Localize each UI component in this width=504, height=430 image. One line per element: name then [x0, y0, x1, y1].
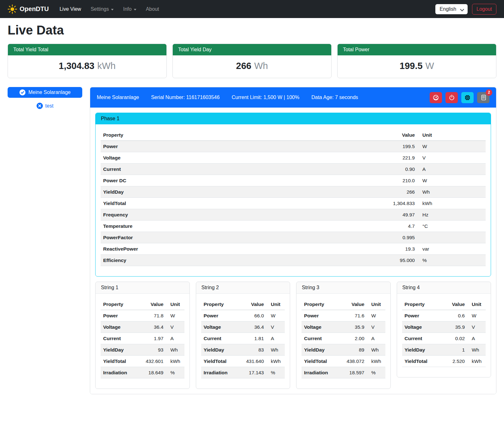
row-unit: var	[417, 243, 486, 255]
row-value: 93	[138, 344, 166, 356]
inverter-name: Meine Solaranlage	[97, 95, 139, 100]
row-property: YieldTotal	[302, 356, 339, 367]
row-property: YieldDay	[101, 186, 381, 198]
row-value: 210.0	[381, 175, 417, 186]
table-row: YieldDay 93 Wh	[101, 344, 184, 356]
card-unit: W	[426, 61, 434, 71]
row-property: Irradiation	[101, 367, 138, 378]
inverter-serial: Serial Number: 116171603546	[151, 95, 220, 100]
row-value: 0.90	[381, 164, 417, 175]
nav-item-settings[interactable]: Settings	[90, 6, 114, 12]
row-property: YieldTotal	[201, 356, 239, 367]
card-unit: kWh	[97, 61, 115, 71]
inverter-limit: Current Limit: 1,500 W | 100%	[232, 95, 299, 100]
row-property: YieldDay	[402, 344, 440, 356]
row-property: YieldDay	[101, 344, 138, 356]
table-row: Power 199.5 W	[101, 141, 486, 152]
table-row: Current 2.00 A	[302, 333, 385, 344]
nav-item-info[interactable]: Info	[123, 6, 136, 12]
row-unit: kWh	[166, 356, 184, 367]
total-yield-day-card: Total Yield Day 266 Wh	[172, 44, 332, 78]
row-unit: W	[417, 141, 486, 152]
inverter-button-selected[interactable]: Meine Solaranlage	[8, 87, 82, 98]
card-title: Total Yield Total	[8, 44, 166, 55]
row-unit: Wh	[166, 344, 184, 356]
power-settings-button[interactable]	[445, 92, 458, 103]
logout-button[interactable]: Logout	[472, 4, 496, 15]
row-unit: A	[266, 333, 285, 344]
language-select[interactable]: English	[435, 4, 468, 14]
row-value: 66.0	[239, 310, 266, 321]
string-title: String 4	[397, 282, 491, 294]
row-value: 431.640	[239, 356, 266, 367]
table-row: Temperature 4.7 °C	[101, 221, 486, 232]
device-info-button[interactable]	[461, 92, 474, 103]
row-property: PowerFactor	[101, 232, 381, 243]
string-4-table: Property Value Unit Power 0.6 W	[402, 299, 486, 367]
limit-settings-button[interactable]	[430, 92, 442, 103]
row-unit: W	[266, 310, 285, 321]
inverter-button-test[interactable]: test	[8, 103, 82, 109]
row-unit: V	[417, 152, 486, 164]
table-row: Irradiation 18.597 %	[302, 367, 385, 378]
panel-actions: 2	[430, 92, 489, 103]
col-header-value: Value	[239, 299, 266, 310]
phase-table: Property Value Unit Power 199.5 W	[101, 129, 486, 266]
row-value: 35.9	[339, 321, 367, 333]
row-value: 49.97	[381, 209, 417, 221]
card-unit: Wh	[254, 61, 268, 71]
row-value: 18.597	[339, 367, 367, 378]
row-value: 35.9	[439, 321, 467, 333]
table-row: YieldDay 1 Wh	[402, 344, 486, 356]
card-value: 266	[236, 61, 251, 71]
string-2-card: String 2 Property Value Unit	[196, 282, 290, 389]
x-circle-icon	[36, 103, 43, 109]
nav-item-live-view[interactable]: Live View	[59, 6, 81, 12]
row-property: Frequency	[101, 209, 381, 221]
col-header-unit: Unit	[417, 129, 486, 141]
row-property: Power	[101, 141, 381, 152]
table-row: Voltage 221.9 V	[101, 152, 486, 164]
table-row: YieldTotal 438.072 kWh	[302, 356, 385, 367]
row-value: 89	[339, 344, 367, 356]
card-title: Total Yield Day	[173, 44, 331, 55]
row-value: 1.97	[138, 333, 166, 344]
chevron-down-icon	[134, 9, 136, 10]
strings-row: String 1 Property Value Unit	[95, 282, 491, 389]
cpu-icon	[464, 94, 471, 101]
table-row: Efficiency 95.000 %	[101, 255, 486, 266]
string-4-card: String 4 Property Value Unit	[397, 282, 491, 377]
sun-icon	[8, 4, 17, 14]
row-unit: V	[266, 321, 285, 333]
row-property: Temperature	[101, 221, 381, 232]
row-property: Current	[101, 164, 381, 175]
row-property: Voltage	[402, 321, 440, 333]
row-property: Voltage	[302, 321, 339, 333]
row-property: Power	[101, 310, 138, 321]
brand-logo[interactable]: OpenDTU	[8, 4, 49, 14]
nav-item-about[interactable]: About	[146, 6, 159, 12]
row-unit: Hz	[417, 209, 486, 221]
row-unit: °C	[417, 221, 486, 232]
card-value: 199.5	[400, 61, 423, 71]
chevron-down-icon	[111, 9, 114, 10]
table-row: YieldTotal 1,304.833 kWh	[101, 198, 486, 209]
row-value: 266	[381, 186, 417, 198]
row-property: YieldTotal	[101, 356, 138, 367]
row-property: YieldTotal	[402, 356, 440, 367]
event-log-button[interactable]: 2	[477, 92, 489, 103]
table-row: ReactivePower 19.3 var	[101, 243, 486, 255]
table-row: Power 66.0 W	[201, 310, 285, 321]
table-row: Voltage 35.9 V	[402, 321, 486, 333]
col-header-value: Value	[381, 129, 417, 141]
table-row: Power DC 210.0 W	[101, 175, 486, 186]
gauge-icon	[432, 94, 439, 101]
brand-name: OpenDTU	[20, 5, 49, 13]
row-unit: A	[367, 333, 385, 344]
card-value: 1,304.83	[59, 61, 95, 71]
row-value: 71.8	[138, 310, 166, 321]
chevron-down-icon	[460, 7, 464, 11]
col-header-unit: Unit	[266, 299, 285, 310]
inverter-panel-header: Meine Solaranlage Serial Number: 1161716…	[90, 87, 496, 108]
string-1-card: String 1 Property Value Unit	[95, 282, 190, 389]
